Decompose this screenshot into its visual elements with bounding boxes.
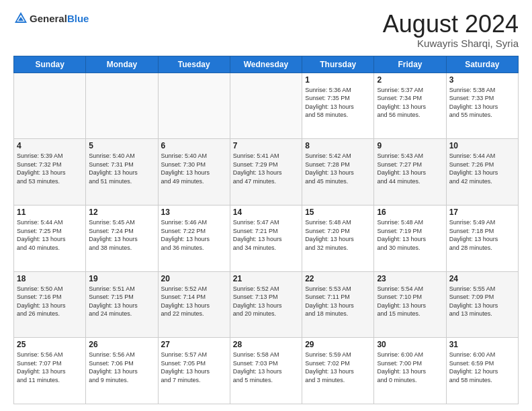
table-row: 23Sunrise: 5:54 AM Sunset: 7:10 PM Dayli…: [374, 271, 446, 338]
table-row: 18Sunrise: 5:50 AM Sunset: 7:16 PM Dayli…: [14, 271, 86, 338]
day-info: Sunrise: 5:47 AM Sunset: 7:21 PM Dayligh…: [233, 218, 299, 252]
calendar-table: Sunday Monday Tuesday Wednesday Thursday…: [13, 56, 519, 404]
day-info: Sunrise: 5:36 AM Sunset: 7:35 PM Dayligh…: [305, 86, 371, 120]
logo-icon: [13, 11, 28, 26]
table-row: 1Sunrise: 5:36 AM Sunset: 7:35 PM Daylig…: [302, 73, 374, 139]
table-row: 12Sunrise: 5:45 AM Sunset: 7:24 PM Dayli…: [86, 205, 158, 271]
day-info: Sunrise: 5:44 AM Sunset: 7:26 PM Dayligh…: [449, 152, 515, 185]
table-row: 15Sunrise: 5:48 AM Sunset: 7:20 PM Dayli…: [302, 205, 374, 271]
day-number: 1: [305, 75, 371, 85]
day-info: Sunrise: 5:48 AM Sunset: 7:20 PM Dayligh…: [305, 218, 371, 252]
table-row: 19Sunrise: 5:51 AM Sunset: 7:15 PM Dayli…: [86, 271, 158, 338]
day-number: 28: [233, 340, 299, 349]
calendar-week-row: 25Sunrise: 5:56 AM Sunset: 7:07 PM Dayli…: [14, 338, 519, 404]
day-info: Sunrise: 5:42 AM Sunset: 7:28 PM Dayligh…: [305, 152, 371, 185]
day-number: 13: [161, 208, 227, 217]
table-row: 16Sunrise: 5:48 AM Sunset: 7:19 PM Dayli…: [374, 205, 446, 271]
day-info: Sunrise: 5:56 AM Sunset: 7:07 PM Dayligh…: [17, 351, 83, 384]
day-info: Sunrise: 5:45 AM Sunset: 7:24 PM Dayligh…: [89, 218, 154, 252]
calendar-page: GeneralBlue August 2024 Kuwayris Sharqi,…: [0, 0, 532, 411]
day-number: 11: [17, 208, 83, 217]
day-number: 24: [449, 274, 515, 283]
day-number: 27: [161, 340, 227, 349]
table-row: [230, 73, 302, 139]
table-row: 7Sunrise: 5:41 AM Sunset: 7:29 PM Daylig…: [230, 139, 302, 205]
day-info: Sunrise: 5:57 AM Sunset: 7:05 PM Dayligh…: [161, 351, 227, 384]
title-block: August 2024 Kuwayris Sharqi, Syria: [383, 11, 519, 49]
day-info: Sunrise: 5:44 AM Sunset: 7:25 PM Dayligh…: [17, 218, 83, 252]
table-row: 31Sunrise: 6:00 AM Sunset: 6:59 PM Dayli…: [446, 338, 518, 404]
calendar-header-row: Sunday Monday Tuesday Wednesday Thursday…: [14, 56, 519, 73]
day-info: Sunrise: 5:39 AM Sunset: 7:32 PM Dayligh…: [17, 152, 83, 185]
calendar-week-row: 11Sunrise: 5:44 AM Sunset: 7:25 PM Dayli…: [14, 205, 519, 271]
table-row: 6Sunrise: 5:40 AM Sunset: 7:30 PM Daylig…: [158, 139, 230, 205]
day-number: 29: [305, 340, 371, 349]
day-info: Sunrise: 5:40 AM Sunset: 7:30 PM Dayligh…: [161, 152, 227, 185]
day-info: Sunrise: 5:40 AM Sunset: 7:31 PM Dayligh…: [89, 152, 154, 185]
day-number: 12: [89, 208, 154, 217]
day-info: Sunrise: 5:38 AM Sunset: 7:33 PM Dayligh…: [449, 86, 515, 120]
day-number: 18: [17, 274, 83, 283]
day-info: Sunrise: 5:49 AM Sunset: 7:18 PM Dayligh…: [449, 218, 515, 252]
table-row: 8Sunrise: 5:42 AM Sunset: 7:28 PM Daylig…: [302, 139, 374, 205]
table-row: 27Sunrise: 5:57 AM Sunset: 7:05 PM Dayli…: [158, 338, 230, 404]
table-row: 20Sunrise: 5:52 AM Sunset: 7:14 PM Dayli…: [158, 271, 230, 338]
day-info: Sunrise: 5:59 AM Sunset: 7:02 PM Dayligh…: [305, 351, 371, 384]
table-row: [14, 73, 86, 139]
day-info: Sunrise: 5:54 AM Sunset: 7:10 PM Dayligh…: [377, 285, 443, 318]
day-number: 6: [161, 141, 227, 150]
calendar-week-row: 1Sunrise: 5:36 AM Sunset: 7:35 PM Daylig…: [14, 73, 519, 139]
table-row: [86, 73, 158, 139]
day-number: 7: [233, 141, 299, 150]
col-friday: Friday: [374, 56, 446, 73]
table-row: 2Sunrise: 5:37 AM Sunset: 7:34 PM Daylig…: [374, 73, 446, 139]
col-saturday: Saturday: [446, 56, 518, 73]
day-info: Sunrise: 5:56 AM Sunset: 7:06 PM Dayligh…: [89, 351, 154, 384]
col-thursday: Thursday: [302, 56, 374, 73]
day-number: 30: [377, 340, 443, 349]
day-info: Sunrise: 5:52 AM Sunset: 7:14 PM Dayligh…: [161, 285, 227, 318]
day-number: 14: [233, 208, 299, 217]
day-number: 26: [89, 340, 154, 349]
day-number: 20: [161, 274, 227, 283]
day-number: 19: [89, 274, 154, 283]
day-number: 5: [89, 141, 154, 150]
day-number: 4: [17, 141, 83, 150]
calendar-week-row: 4Sunrise: 5:39 AM Sunset: 7:32 PM Daylig…: [14, 139, 519, 205]
table-row: 17Sunrise: 5:49 AM Sunset: 7:18 PM Dayli…: [446, 205, 518, 271]
col-sunday: Sunday: [14, 56, 86, 73]
col-tuesday: Tuesday: [158, 56, 230, 73]
table-row: 10Sunrise: 5:44 AM Sunset: 7:26 PM Dayli…: [446, 139, 518, 205]
day-info: Sunrise: 5:53 AM Sunset: 7:11 PM Dayligh…: [305, 285, 371, 318]
day-info: Sunrise: 5:50 AM Sunset: 7:16 PM Dayligh…: [17, 285, 83, 318]
table-row: 25Sunrise: 5:56 AM Sunset: 7:07 PM Dayli…: [14, 338, 86, 404]
logo: GeneralBlue: [13, 11, 89, 26]
day-number: 16: [377, 208, 443, 217]
table-row: 24Sunrise: 5:55 AM Sunset: 7:09 PM Dayli…: [446, 271, 518, 338]
day-info: Sunrise: 5:55 AM Sunset: 7:09 PM Dayligh…: [449, 285, 515, 318]
day-info: Sunrise: 6:00 AM Sunset: 7:00 PM Dayligh…: [377, 351, 443, 384]
logo-general-text: General: [30, 13, 67, 24]
table-row: 21Sunrise: 5:52 AM Sunset: 7:13 PM Dayli…: [230, 271, 302, 338]
month-year-title: August 2024: [383, 11, 519, 38]
day-info: Sunrise: 6:00 AM Sunset: 6:59 PM Dayligh…: [449, 351, 515, 384]
col-monday: Monday: [86, 56, 158, 73]
day-number: 10: [449, 141, 515, 150]
day-number: 3: [449, 75, 515, 85]
day-info: Sunrise: 5:58 AM Sunset: 7:03 PM Dayligh…: [233, 351, 299, 384]
location-subtitle: Kuwayris Sharqi, Syria: [383, 38, 519, 49]
day-number: 31: [449, 340, 515, 349]
table-row: 5Sunrise: 5:40 AM Sunset: 7:31 PM Daylig…: [86, 139, 158, 205]
day-info: Sunrise: 5:51 AM Sunset: 7:15 PM Dayligh…: [89, 285, 154, 318]
table-row: 4Sunrise: 5:39 AM Sunset: 7:32 PM Daylig…: [14, 139, 86, 205]
day-number: 21: [233, 274, 299, 283]
day-number: 23: [377, 274, 443, 283]
table-row: 29Sunrise: 5:59 AM Sunset: 7:02 PM Dayli…: [302, 338, 374, 404]
table-row: 14Sunrise: 5:47 AM Sunset: 7:21 PM Dayli…: [230, 205, 302, 271]
table-row: 13Sunrise: 5:46 AM Sunset: 7:22 PM Dayli…: [158, 205, 230, 271]
day-number: 22: [305, 274, 371, 283]
table-row: 22Sunrise: 5:53 AM Sunset: 7:11 PM Dayli…: [302, 271, 374, 338]
day-number: 8: [305, 141, 371, 150]
day-info: Sunrise: 5:48 AM Sunset: 7:19 PM Dayligh…: [377, 218, 443, 252]
day-number: 2: [377, 75, 443, 85]
